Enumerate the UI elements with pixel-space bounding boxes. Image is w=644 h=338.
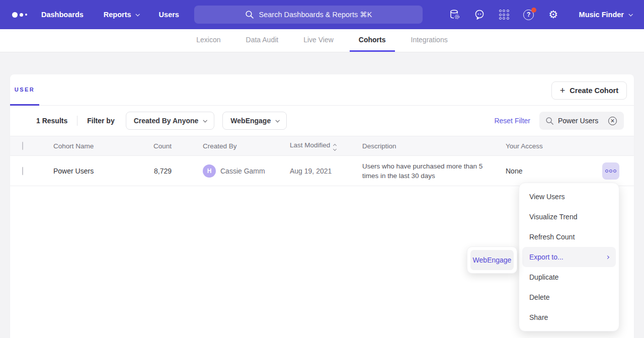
access-level: None: [506, 167, 522, 175]
app-logo[interactable]: [12, 12, 27, 18]
menu-item-duplicate[interactable]: Duplicate: [522, 267, 616, 287]
col-your-access: Your Access: [506, 142, 543, 150]
tab-lexicon[interactable]: Lexicon: [187, 29, 229, 52]
global-search-bar[interactable]: Search Dashboards & Reports ⌘K: [194, 6, 423, 24]
messages-icon[interactable]: [473, 9, 486, 21]
top-navbar: Dashboards Reports Users Search Dashboar…: [0, 0, 644, 29]
help-icon[interactable]: ?: [523, 9, 535, 21]
cohorts-page: Dashboards Reports Users Search Dashboar…: [0, 0, 644, 338]
row-checkbox[interactable]: [22, 166, 23, 175]
col-created-by: Created By: [203, 142, 237, 150]
export-submenu: WebEngage: [467, 246, 517, 274]
nav-reports-label: Reports: [104, 11, 131, 19]
nav-reports[interactable]: Reports: [104, 11, 139, 19]
row-actions-menu: View Users Visualize Trend Refresh Count…: [519, 183, 619, 331]
account-switcher[interactable]: Music Finder: [579, 11, 632, 19]
col-last-modified[interactable]: Last Modified: [290, 141, 336, 150]
created-by-cell: H Cassie Gamm: [203, 164, 265, 178]
data-management-icon[interactable]: [449, 9, 461, 21]
chevron-down-icon: [203, 118, 207, 122]
cohort-description: Users who have purchased more than 5 tim…: [362, 161, 487, 181]
menu-item-refresh-count[interactable]: Refresh Count: [522, 227, 616, 247]
menu-item-view-users[interactable]: View Users: [522, 187, 616, 207]
section-tabbar: Lexicon Data Audit Live View Cohorts Int…: [0, 29, 644, 52]
tab-user-cohorts[interactable]: USER: [10, 74, 39, 106]
col-count: Count: [131, 142, 172, 150]
primary-nav: Dashboards Reports Users: [41, 11, 179, 19]
cohort-search-box: ✕: [539, 112, 624, 130]
tab-cohorts[interactable]: Cohorts: [350, 29, 395, 52]
nav-users-label: Users: [159, 11, 179, 19]
reset-filter-link[interactable]: Reset Filter: [494, 117, 530, 125]
clear-search-icon[interactable]: ✕: [608, 117, 617, 125]
col-description: Description: [362, 142, 396, 150]
nav-dashboards[interactable]: Dashboards: [41, 11, 84, 19]
cohort-count: 8,729: [131, 167, 172, 175]
tab-integrations[interactable]: Integrations: [402, 29, 457, 52]
cohort-search-input[interactable]: [558, 117, 604, 125]
integration-filter-dropdown[interactable]: WebEngage: [222, 112, 287, 130]
search-icon: [545, 117, 554, 125]
menu-item-share[interactable]: Share: [522, 307, 616, 327]
created-by-dropdown[interactable]: Created By Anyone: [126, 112, 215, 130]
apps-grid-icon[interactable]: [498, 9, 510, 21]
global-search-placeholder: Search Dashboards & Reports ⌘K: [259, 11, 372, 19]
nav-dashboards-label: Dashboards: [41, 11, 84, 19]
filter-toolbar: 1 Results Filter by Created By Anyone We…: [10, 106, 634, 136]
menu-item-delete[interactable]: Delete: [522, 287, 616, 307]
topbar-icons: ? ⚙ Music Finder: [449, 9, 632, 21]
create-cohort-button[interactable]: + Create Cohort: [551, 81, 627, 100]
settings-icon[interactable]: ⚙: [547, 9, 559, 21]
notification-dot: [531, 8, 536, 13]
chevron-right-icon: [606, 255, 609, 259]
results-count: 1 Results: [36, 117, 67, 125]
card-header: USER + Create Cohort: [10, 74, 634, 106]
table-header: Cohort Name Count Created By Last Modifi…: [10, 136, 634, 156]
chevron-down-icon: [276, 118, 280, 122]
table-row[interactable]: Power Users 8,729 H Cassie Gamm Aug 19, …: [10, 156, 634, 186]
menu-item-export-to[interactable]: Export to...: [522, 247, 616, 267]
row-actions-button[interactable]: [602, 162, 619, 180]
select-all-checkbox[interactable]: [22, 142, 23, 150]
account-name: Music Finder: [579, 11, 624, 19]
cohort-name[interactable]: Power Users: [53, 167, 94, 175]
last-modified-date: Aug 19, 2021: [290, 167, 332, 175]
plus-icon: +: [560, 86, 566, 95]
tab-live-view[interactable]: Live View: [294, 29, 343, 52]
menu-item-visualize-trend[interactable]: Visualize Trend: [522, 207, 616, 227]
chevron-down-icon: [628, 12, 632, 16]
tab-data-audit[interactable]: Data Audit: [237, 29, 288, 52]
col-cohort-name: Cohort Name: [53, 142, 94, 150]
filter-by-label: Filter by: [87, 117, 114, 125]
sort-icon: [334, 144, 336, 150]
search-icon: [245, 10, 254, 19]
chevron-down-icon: [135, 12, 139, 16]
nav-users[interactable]: Users: [159, 11, 179, 19]
creator-name: Cassie Gamm: [220, 167, 265, 175]
avatar: H: [203, 164, 216, 178]
submenu-item-webengage[interactable]: WebEngage: [470, 250, 514, 270]
divider: [77, 116, 77, 126]
